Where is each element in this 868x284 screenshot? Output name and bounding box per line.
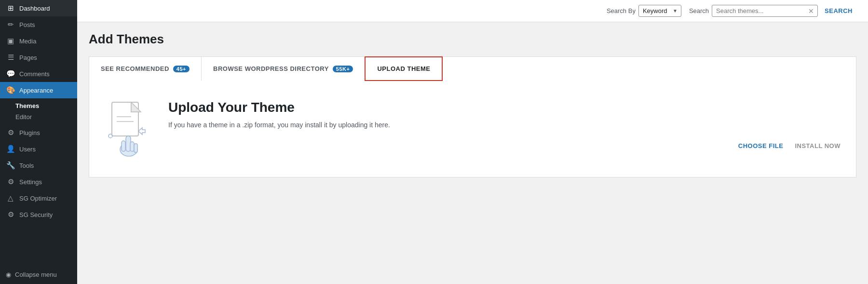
svg-rect-7: [130, 142, 134, 151]
appearance-submenu: Themes Editor: [0, 98, 77, 124]
svg-marker-10: [138, 128, 145, 135]
install-now-button[interactable]: INSTALL NOW: [795, 140, 841, 151]
tab-upload[interactable]: UPLOAD THEME: [365, 56, 443, 81]
svg-point-9: [108, 134, 112, 138]
choose-file-button[interactable]: CHOOSE FILE: [738, 140, 784, 151]
plugins-icon: ⚙: [6, 128, 15, 137]
sidebar-item-comments[interactable]: 💬 Comments: [0, 66, 77, 82]
upload-panel: Upload Your Theme If you have a theme in…: [89, 81, 856, 177]
tab-bar: SEE RECOMMENDED 45+ BROWSE WORDPRESS DIR…: [89, 56, 856, 81]
search-input[interactable]: [712, 5, 818, 17]
media-icon: ▣: [6, 37, 15, 45]
sidebar-item-users[interactable]: 👤 Users: [0, 141, 77, 157]
sidebar-item-media[interactable]: ▣ Media: [0, 33, 77, 49]
sidebar-item-tools[interactable]: 🔧 Tools: [0, 157, 77, 174]
main-content: Search By Keyword ▼ Search ✕ SEARCH Add …: [77, 0, 868, 284]
clear-search-icon[interactable]: ✕: [808, 7, 814, 15]
sidebar-sub-item-editor[interactable]: Editor: [15, 111, 77, 122]
svg-marker-1: [131, 102, 141, 112]
svg-rect-8: [134, 144, 137, 152]
upload-description: If you have a theme in a .zip format, yo…: [168, 121, 841, 129]
sidebar-item-settings[interactable]: ⚙ Settings: [0, 174, 77, 190]
sidebar: ⊞ Dashboard ✏ Posts ▣ Media ☰ Pages 💬 Co…: [0, 0, 77, 284]
search-by-label: Search By: [607, 7, 636, 14]
pages-icon: ☰: [6, 53, 15, 62]
upload-title: Upload Your Theme: [168, 100, 841, 115]
posts-icon: ✏: [6, 20, 15, 29]
settings-icon: ⚙: [6, 177, 15, 186]
tools-icon: 🔧: [6, 161, 15, 170]
topbar: Search By Keyword ▼ Search ✕ SEARCH: [77, 0, 868, 22]
users-icon: 👤: [6, 145, 15, 153]
upload-actions: CHOOSE FILE INSTALL NOW: [168, 140, 841, 151]
keyword-select[interactable]: Keyword: [638, 5, 681, 17]
search-group: Search ✕ SEARCH: [689, 5, 856, 17]
search-by-group: Search By Keyword ▼: [607, 5, 681, 17]
upload-content: Upload Your Theme If you have a theme in…: [105, 100, 841, 158]
dashboard-icon: ⊞: [6, 4, 15, 13]
upload-illustration: [105, 100, 153, 158]
sidebar-item-pages[interactable]: ☰ Pages: [0, 49, 77, 66]
search-input-wrap: ✕: [712, 5, 818, 17]
sg-optimizer-icon: △: [6, 194, 15, 203]
collapse-icon: ◉: [6, 271, 11, 278]
tab-browse[interactable]: BROWSE WORDPRESS DIRECTORY 55K+: [202, 57, 365, 81]
sidebar-item-plugins[interactable]: ⚙ Plugins: [0, 124, 77, 141]
browse-badge: 55K+: [333, 66, 353, 72]
svg-rect-6: [122, 141, 125, 151]
sidebar-item-sg-optimizer[interactable]: △ SG Optimizer: [0, 190, 77, 206]
search-label: Search: [689, 7, 709, 14]
page-title: Add Themes: [89, 32, 856, 47]
collapse-menu-button[interactable]: ◉ Collapse menu: [6, 271, 71, 278]
sidebar-item-sg-security[interactable]: ⚙ SG Security: [0, 206, 77, 223]
comments-icon: 💬: [6, 69, 15, 78]
sidebar-sub-item-themes[interactable]: Themes: [15, 100, 77, 111]
sidebar-bottom: ◉ Collapse menu: [0, 267, 77, 284]
sidebar-item-posts[interactable]: ✏ Posts: [0, 16, 77, 33]
sidebar-item-dashboard[interactable]: ⊞ Dashboard: [0, 0, 77, 16]
keyword-select-wrap: Keyword ▼: [638, 5, 681, 17]
sg-security-icon: ⚙: [6, 210, 15, 219]
sidebar-item-appearance[interactable]: 🎨 Appearance: [0, 82, 77, 98]
recommended-badge: 45+: [173, 66, 190, 72]
search-button[interactable]: SEARCH: [821, 5, 856, 16]
page-area: Add Themes SEE RECOMMENDED 45+ BROWSE WO…: [77, 22, 868, 284]
upload-text-area: Upload Your Theme If you have a theme in…: [168, 100, 841, 151]
tab-recommended[interactable]: SEE RECOMMENDED 45+: [89, 57, 202, 81]
appearance-icon: 🎨: [6, 86, 15, 95]
